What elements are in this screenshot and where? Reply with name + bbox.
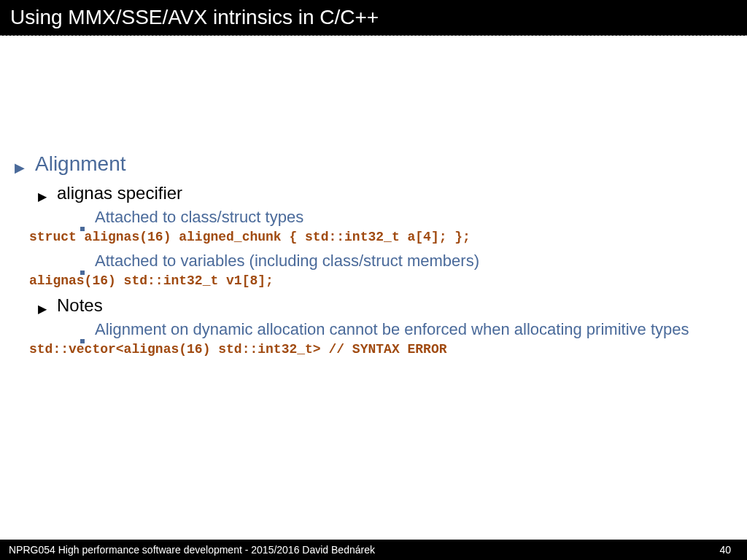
code-block: std::vector<alignas(16) std::int32_t> //…: [29, 342, 732, 357]
text-attached-types: Attached to class/struct types: [95, 208, 303, 227]
heading-notes: Notes: [57, 295, 103, 316]
square-icon: [80, 271, 85, 275]
slide-content: ▶ Alignment ▶ alignas specifier Attached…: [0, 36, 747, 357]
bullet-level3: Attached to class/struct types: [80, 208, 732, 227]
text-dynamic-alloc: Alignment on dynamic allocation cannot b…: [95, 320, 689, 339]
code-block: alignas(16) std::int32_t v1[8];: [29, 273, 732, 288]
heading-alignment: Alignment: [35, 152, 126, 176]
arrow-icon: ▶: [38, 302, 47, 316]
bullet-level2: ▶ Notes: [38, 295, 732, 316]
square-icon: [80, 339, 85, 343]
footer-course: NPRG054 High performance software develo…: [9, 544, 375, 556]
text-attached-vars: Attached to variables (including class/s…: [95, 252, 479, 271]
square-icon: [80, 227, 85, 231]
bullet-level1: ▶ Alignment: [15, 152, 732, 176]
slide-header: Using MMX/SSE/AVX intrinsics in C/C++: [0, 0, 747, 36]
heading-alignas: alignas specifier: [57, 183, 182, 203]
bullet-level2: ▶ alignas specifier: [38, 183, 732, 203]
footer-page-number: 40: [719, 544, 738, 556]
arrow-icon: ▶: [15, 160, 25, 176]
slide-title: Using MMX/SSE/AVX intrinsics in C/C++: [10, 6, 379, 28]
bullet-level3: Attached to variables (including class/s…: [80, 252, 732, 271]
code-block: struct alignas(16) aligned_chunk { std::…: [29, 230, 732, 244]
slide-footer: NPRG054 High performance software develo…: [0, 540, 747, 560]
bullet-level3: Alignment on dynamic allocation cannot b…: [80, 320, 732, 339]
arrow-icon: ▶: [38, 190, 47, 203]
